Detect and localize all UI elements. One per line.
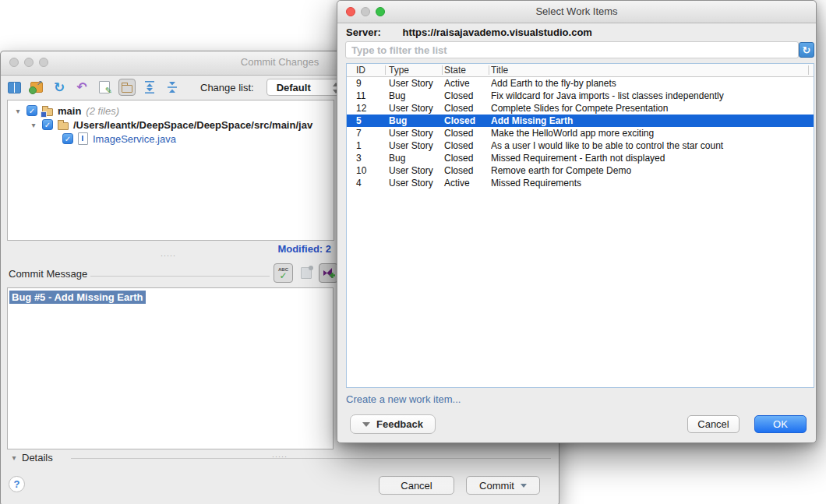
details-label: Details (22, 452, 53, 463)
work-item-cell: Missed Requirement - Earth not displayed (491, 153, 814, 164)
commit-cancel-button[interactable]: Cancel (379, 476, 454, 495)
column-header-title[interactable]: Title (491, 65, 814, 76)
work-item-cell: Missed Requirements (491, 178, 814, 189)
work-item-row[interactable]: 1User StoryClosedAs a user I would like … (347, 139, 814, 152)
details-section[interactable]: ▾ Details ····· (1, 449, 559, 467)
work-item-cell: User Story (389, 128, 444, 139)
work-item-cell: Closed (444, 128, 491, 139)
tree-row-file[interactable]: ✓ ImageService.java (8, 132, 334, 146)
expand-all-button[interactable] (141, 79, 158, 96)
work-items-table[interactable]: ID Type State Title 9User StoryActiveAdd… (346, 63, 814, 388)
refresh-changes-button[interactable]: ↻ (51, 79, 68, 96)
show-diff-button[interactable] (5, 79, 23, 96)
collapse-arrow-icon[interactable]: ▾ (14, 107, 22, 115)
group-by-directory-icon (122, 85, 132, 93)
help-button[interactable]: ? (9, 476, 25, 492)
jump-to-source-icon: ✎ (99, 81, 110, 93)
work-item-cell: Active (444, 78, 491, 89)
commit-message-input[interactable]: Bug #5 - Add Missing Earth (7, 287, 334, 449)
tree-row-folder[interactable]: ▾ ✓ /Users/leantk/DeepSpace/DeepSpace/sr… (8, 118, 334, 132)
collapse-all-button[interactable] (164, 79, 181, 96)
expand-all-icon (145, 81, 154, 93)
work-item-cell: Add Missing Earth (491, 115, 814, 126)
work-item-cell: Closed (444, 153, 491, 164)
folder-icon (42, 108, 53, 116)
work-items-cancel-button[interactable]: Cancel (687, 415, 740, 433)
filter-input[interactable] (345, 41, 799, 58)
modified-count: Modified: 2 (277, 243, 331, 255)
work-items-title: Select Work Items (337, 5, 816, 17)
work-item-cell: Bug (389, 90, 444, 101)
tree-node-path: /Users/leantk/DeepSpace/DeepSpace/src/ma… (73, 119, 312, 131)
work-item-cell: User Story (389, 178, 444, 189)
work-item-cell: 4 (356, 178, 389, 189)
server-row: Server: https://raisajavademo.visualstud… (346, 26, 592, 38)
work-item-cell: User Story (389, 140, 444, 151)
work-item-row[interactable]: 4User StoryActiveMissed Requirements (347, 177, 814, 189)
work-item-cell: Closed (444, 140, 491, 151)
refresh-icon: ↻ (803, 44, 811, 56)
revert-icon: ↶ (76, 81, 86, 93)
work-item-row[interactable]: 12User StoryClosedComplete Slides for Co… (347, 102, 814, 115)
work-item-cell: User Story (389, 78, 444, 89)
check-spelling-button[interactable]: ABC ✓ (274, 263, 293, 283)
column-header-id[interactable]: ID (356, 65, 389, 76)
work-item-cell: 9 (356, 78, 389, 89)
column-header-state[interactable]: State (444, 65, 491, 76)
commit-button[interactable]: Commit (466, 476, 540, 495)
work-item-cell: Add Earth to the fly-by planets (491, 78, 814, 89)
folder-icon (58, 122, 69, 130)
collapse-arrow-icon[interactable]: ▾ (30, 121, 37, 129)
refresh-list-button[interactable]: ↻ (799, 42, 814, 58)
details-disclosure-icon[interactable]: ▾ (10, 453, 18, 462)
revert-button[interactable]: ↶ (73, 79, 90, 96)
commit-message-toolbar: ABC ✓ (274, 263, 338, 283)
show-diff-icon (8, 82, 21, 93)
checkbox-main[interactable]: ✓ (26, 105, 37, 116)
work-items-titlebar[interactable]: Select Work Items (337, 1, 816, 23)
work-item-cell: 12 (356, 103, 389, 114)
paste-from-history-button[interactable] (296, 263, 316, 283)
table-header[interactable]: ID Type State Title (347, 64, 814, 77)
group-by-directory-button[interactable] (118, 79, 136, 96)
work-item-row[interactable]: 7User StoryClosedMake the HelloWorld app… (347, 127, 814, 139)
work-item-cell: Active (444, 178, 491, 189)
work-item-cell: 10 (356, 165, 389, 176)
splitter-handle[interactable]: ····· (161, 254, 176, 257)
work-item-row[interactable]: 5BugClosedAdd Missing Earth (347, 115, 814, 127)
history-icon (301, 267, 312, 279)
add-work-item-button[interactable] (319, 263, 338, 283)
change-list-select[interactable]: Default (267, 79, 344, 96)
work-item-cell: 3 (356, 153, 389, 164)
change-list-label: Change list: (200, 82, 254, 93)
checkbox-folder[interactable]: ✓ (42, 119, 53, 130)
commit-toolbar: ↗ ↻ ↶ ✎ Change list: Default (5, 76, 344, 98)
chevron-down-icon (521, 484, 527, 488)
changes-tree[interactable]: ▾ ✓ main (2 files) ▾ ✓ /Users/leantk/Dee… (7, 100, 334, 241)
work-item-cell: Closed (444, 115, 491, 126)
chevron-down-icon (362, 422, 370, 427)
splitter-handle[interactable]: ····· (272, 455, 288, 458)
work-item-cell: Remove earth for Compete Demo (491, 165, 814, 176)
column-header-type[interactable]: Type (389, 65, 444, 76)
work-item-cell: 7 (356, 128, 389, 139)
tree-row-main[interactable]: ▾ ✓ main (2 files) (8, 104, 334, 118)
work-item-row[interactable]: 10User StoryClosedRemove earth for Compe… (347, 164, 814, 177)
visual-studio-plus-icon (323, 267, 335, 279)
checkbox-file[interactable]: ✓ (62, 133, 73, 144)
work-item-cell: Closed (444, 165, 491, 176)
work-item-cell: Make the HelloWorld app more exciting (491, 128, 814, 139)
work-items-ok-button[interactable]: OK (754, 415, 807, 433)
create-work-item-link[interactable]: Create a new work item... (346, 393, 461, 405)
commit-message-label: Commit Message (9, 268, 87, 280)
work-item-cell: 5 (356, 115, 389, 126)
jump-to-source-button[interactable]: ✎ (96, 79, 113, 96)
work-item-row[interactable]: 9User StoryActiveAdd Earth to the fly-by… (347, 77, 814, 90)
feedback-button[interactable]: Feedback (350, 414, 436, 434)
work-item-row[interactable]: 11BugClosedFix wildcard for Java imports… (347, 90, 814, 102)
java-file-icon (78, 132, 88, 145)
move-to-changelist-button[interactable]: ↗ (28, 79, 45, 96)
work-item-cell: 1 (356, 140, 389, 151)
tree-node-file: ImageService.java (93, 133, 176, 145)
work-item-row[interactable]: 3BugClosedMissed Requirement - Earth not… (347, 152, 814, 164)
